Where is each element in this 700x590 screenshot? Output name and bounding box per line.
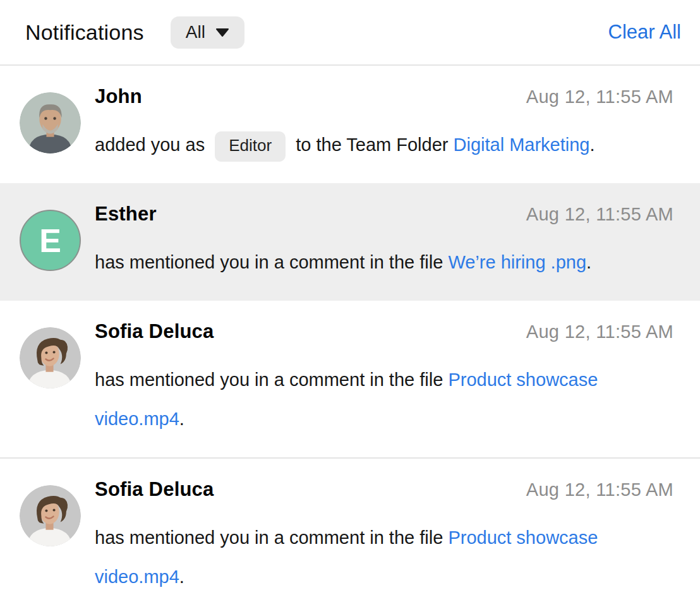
notification-list: John Aug 12, 11:55 AM added you as Edito…	[0, 66, 700, 590]
message-middle: to the Team Folder	[296, 135, 448, 155]
notification-message: has mentioned you in a comment in the fi…	[95, 518, 673, 590]
page-title: Notifications	[25, 20, 144, 45]
avatar-initial-letter: E	[39, 222, 61, 260]
sender-name: Sofia Deluca	[95, 478, 214, 501]
message-prefix: has mentioned you in a comment in the fi…	[95, 370, 443, 390]
filter-dropdown-label: All	[186, 22, 205, 42]
sender-name: Esther	[95, 203, 157, 226]
notification-top-line: Esther Aug 12, 11:55 AM	[95, 201, 673, 227]
file-link[interactable]: We’re hiring .png	[448, 252, 586, 272]
notification-message: has mentioned you in a comment in the fi…	[95, 243, 673, 282]
sender-name: John	[95, 85, 142, 108]
message-prefix: added you as	[95, 135, 205, 155]
avatar-photo-john	[20, 92, 81, 154]
role-badge: Editor	[215, 131, 286, 162]
message-prefix: has mentioned you in a comment in the fi…	[95, 527, 443, 548]
notification-row[interactable]: John Aug 12, 11:55 AM added you as Edito…	[0, 66, 700, 183]
message-suffix: .	[590, 135, 595, 155]
notifications-header: Notifications All Clear All	[0, 0, 700, 66]
timestamp: Aug 12, 11:55 AM	[526, 204, 673, 225]
notifications-panel: Notifications All Clear All	[0, 0, 700, 590]
avatar-initial-esther: E	[20, 210, 81, 271]
chevron-down-icon	[215, 28, 229, 37]
notification-row[interactable]: Sofia Deluca Aug 12, 11:55 AM has mentio…	[0, 301, 700, 457]
message-suffix: .	[586, 252, 591, 272]
clear-all-button[interactable]: Clear All	[608, 21, 681, 44]
timestamp: Aug 12, 11:55 AM	[526, 322, 673, 342]
message-suffix: .	[179, 409, 184, 429]
notification-row[interactable]: E Esther Aug 12, 11:55 AM has mentioned …	[0, 183, 700, 301]
notification-top-line: Sofia Deluca Aug 12, 11:55 AM	[95, 318, 673, 345]
avatar-photo-sofia	[20, 485, 81, 546]
notification-message: has mentioned you in a comment in the fi…	[95, 360, 673, 438]
filter-dropdown[interactable]: All	[171, 16, 244, 49]
timestamp: Aug 12, 11:55 AM	[526, 479, 673, 500]
timestamp: Aug 12, 11:55 AM	[526, 87, 673, 107]
notification-message: added you as Editor to the Team Folder D…	[95, 125, 673, 164]
avatar-photo-sofia	[20, 327, 81, 388]
notification-row[interactable]: Sofia Deluca Aug 12, 11:55 AM has mentio…	[0, 457, 700, 590]
message-suffix: .	[179, 567, 184, 587]
message-prefix: has mentioned you in a comment in the fi…	[95, 252, 443, 272]
folder-link[interactable]: Digital Marketing	[454, 135, 590, 155]
notification-top-line: Sofia Deluca Aug 12, 11:55 AM	[95, 476, 673, 503]
notification-top-line: John Aug 12, 11:55 AM	[95, 83, 673, 110]
sender-name: Sofia Deluca	[95, 320, 214, 343]
